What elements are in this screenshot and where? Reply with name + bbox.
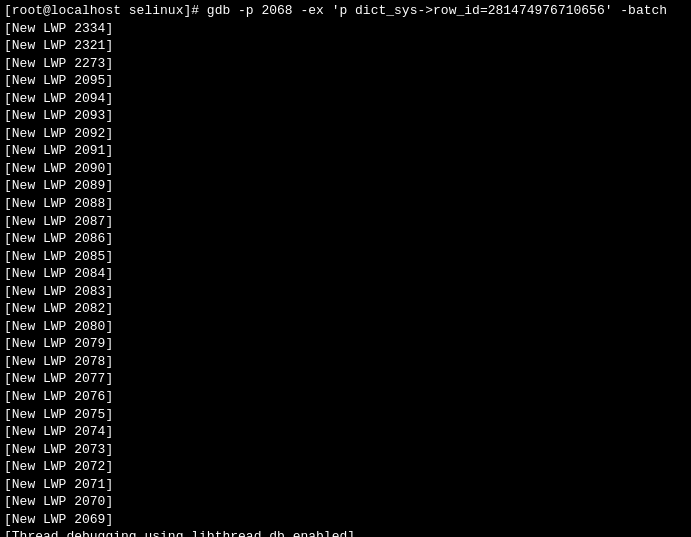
- lwp-2072: [New LWP 2072]: [4, 458, 687, 476]
- lwp-2087: [New LWP 2087]: [4, 213, 687, 231]
- lwp-2069: [New LWP 2069]: [4, 511, 687, 529]
- lwp-2086: [New LWP 2086]: [4, 230, 687, 248]
- prompt-line: [root@localhost selinux]# gdb -p 2068 -e…: [4, 2, 687, 20]
- lwp-2321: [New LWP 2321]: [4, 37, 687, 55]
- lwp-2073: [New LWP 2073]: [4, 441, 687, 459]
- lwp-2089: [New LWP 2089]: [4, 177, 687, 195]
- lwp-2071: [New LWP 2071]: [4, 476, 687, 494]
- lwp-2091: [New LWP 2091]: [4, 142, 687, 160]
- lwp-2074: [New LWP 2074]: [4, 423, 687, 441]
- terminal-window: [root@localhost selinux]# gdb -p 2068 -e…: [0, 0, 691, 537]
- lwp-2076: [New LWP 2076]: [4, 388, 687, 406]
- thread-debug-line: [Thread debugging using libthread_db ena…: [4, 528, 687, 537]
- lwp-2077: [New LWP 2077]: [4, 370, 687, 388]
- lwp-2094: [New LWP 2094]: [4, 90, 687, 108]
- lwp-2273: [New LWP 2273]: [4, 55, 687, 73]
- lwp-2093: [New LWP 2093]: [4, 107, 687, 125]
- lwp-2070: [New LWP 2070]: [4, 493, 687, 511]
- lwp-2090: [New LWP 2090]: [4, 160, 687, 178]
- lwp-2092: [New LWP 2092]: [4, 125, 687, 143]
- lwp-2088: [New LWP 2088]: [4, 195, 687, 213]
- lwp-2078: [New LWP 2078]: [4, 353, 687, 371]
- lwp-2083: [New LWP 2083]: [4, 283, 687, 301]
- lwp-2082: [New LWP 2082]: [4, 300, 687, 318]
- lwp-2080: [New LWP 2080]: [4, 318, 687, 336]
- lwp-2084: [New LWP 2084]: [4, 265, 687, 283]
- lwp-2075: [New LWP 2075]: [4, 406, 687, 424]
- lwp-2334: [New LWP 2334]: [4, 20, 687, 38]
- lwp-2095: [New LWP 2095]: [4, 72, 687, 90]
- lwp-2085: [New LWP 2085]: [4, 248, 687, 266]
- lwp-2079: [New LWP 2079]: [4, 335, 687, 353]
